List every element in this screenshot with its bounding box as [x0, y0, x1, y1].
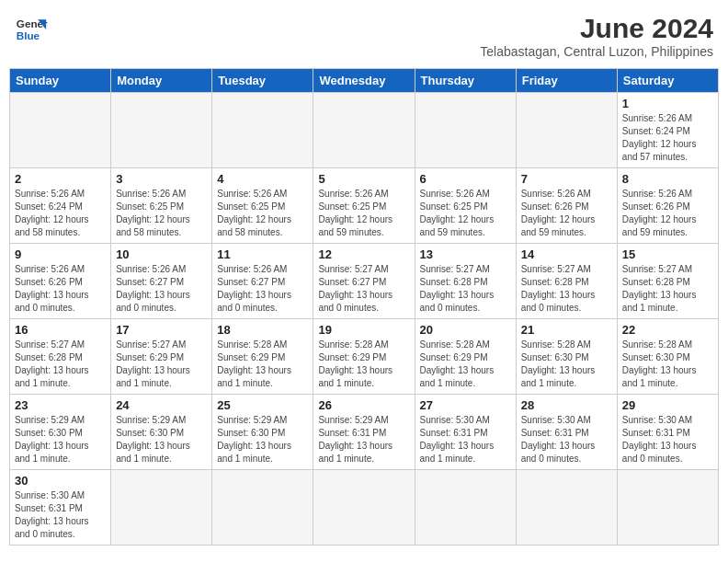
calendar-cell: 20Sunrise: 5:28 AM Sunset: 6:29 PM Dayli… [415, 319, 516, 395]
day-info: Sunrise: 5:26 AM Sunset: 6:26 PM Dayligh… [622, 188, 713, 239]
day-number: 18 [217, 323, 308, 337]
calendar-cell: 23Sunrise: 5:29 AM Sunset: 6:30 PM Dayli… [10, 395, 111, 470]
month-year-title: June 2024 [480, 13, 713, 44]
day-number: 16 [15, 323, 106, 337]
logo: General Blue [15, 13, 48, 46]
calendar-week-row: 16Sunrise: 5:27 AM Sunset: 6:28 PM Dayli… [10, 319, 719, 395]
calendar-cell: 19Sunrise: 5:28 AM Sunset: 6:29 PM Dayli… [313, 319, 415, 395]
day-number: 27 [420, 398, 511, 412]
day-info: Sunrise: 5:28 AM Sunset: 6:29 PM Dayligh… [318, 339, 409, 390]
calendar-cell: 3Sunrise: 5:26 AM Sunset: 6:25 PM Daylig… [111, 168, 212, 244]
day-number: 13 [420, 247, 511, 261]
day-info: Sunrise: 5:29 AM Sunset: 6:31 PM Dayligh… [318, 414, 409, 465]
day-info: Sunrise: 5:28 AM Sunset: 6:29 PM Dayligh… [420, 339, 511, 390]
calendar-cell [212, 470, 313, 546]
calendar-week-row: 1Sunrise: 5:26 AM Sunset: 6:24 PM Daylig… [10, 93, 719, 168]
day-number: 22 [622, 323, 713, 337]
day-info: Sunrise: 5:26 AM Sunset: 6:26 PM Dayligh… [521, 188, 612, 239]
day-info: Sunrise: 5:30 AM Sunset: 6:31 PM Dayligh… [420, 414, 511, 465]
calendar-cell: 5Sunrise: 5:26 AM Sunset: 6:25 PM Daylig… [313, 168, 415, 244]
calendar-cell [415, 470, 516, 546]
day-info: Sunrise: 5:26 AM Sunset: 6:26 PM Dayligh… [15, 263, 106, 315]
day-info: Sunrise: 5:26 AM Sunset: 6:25 PM Dayligh… [420, 188, 511, 239]
day-info: Sunrise: 5:27 AM Sunset: 6:29 PM Dayligh… [116, 339, 207, 390]
calendar-cell: 4Sunrise: 5:26 AM Sunset: 6:25 PM Daylig… [212, 168, 313, 244]
calendar-cell [10, 93, 111, 168]
day-info: Sunrise: 5:26 AM Sunset: 6:25 PM Dayligh… [116, 188, 207, 239]
calendar-week-row: 9Sunrise: 5:26 AM Sunset: 6:26 PM Daylig… [10, 244, 719, 319]
day-number: 17 [116, 323, 207, 337]
calendar-cell: 17Sunrise: 5:27 AM Sunset: 6:29 PM Dayli… [111, 319, 212, 395]
col-header-saturday: Saturday [617, 69, 718, 93]
calendar-cell: 13Sunrise: 5:27 AM Sunset: 6:28 PM Dayli… [415, 244, 516, 319]
logo-icon: General Blue [15, 13, 48, 46]
day-info: Sunrise: 5:26 AM Sunset: 6:27 PM Dayligh… [217, 263, 308, 315]
col-header-thursday: Thursday [415, 69, 516, 93]
day-number: 24 [116, 398, 207, 412]
day-info: Sunrise: 5:26 AM Sunset: 6:25 PM Dayligh… [318, 188, 409, 239]
calendar-cell: 14Sunrise: 5:27 AM Sunset: 6:28 PM Dayli… [516, 244, 617, 319]
calendar-week-row: 2Sunrise: 5:26 AM Sunset: 6:24 PM Daylig… [10, 168, 719, 244]
day-number: 10 [116, 247, 207, 261]
calendar-cell: 22Sunrise: 5:28 AM Sunset: 6:30 PM Dayli… [617, 319, 718, 395]
calendar-cell: 26Sunrise: 5:29 AM Sunset: 6:31 PM Dayli… [313, 395, 415, 470]
svg-text:Blue: Blue [17, 29, 40, 41]
day-number: 20 [420, 323, 511, 337]
calendar-cell [516, 93, 617, 168]
day-info: Sunrise: 5:28 AM Sunset: 6:30 PM Dayligh… [521, 339, 612, 390]
calendar-cell: 21Sunrise: 5:28 AM Sunset: 6:30 PM Dayli… [516, 319, 617, 395]
calendar-cell: 8Sunrise: 5:26 AM Sunset: 6:26 PM Daylig… [617, 168, 718, 244]
day-info: Sunrise: 5:30 AM Sunset: 6:31 PM Dayligh… [622, 414, 713, 465]
day-info: Sunrise: 5:29 AM Sunset: 6:30 PM Dayligh… [15, 414, 106, 465]
day-number: 23 [15, 398, 106, 412]
day-info: Sunrise: 5:27 AM Sunset: 6:28 PM Dayligh… [622, 263, 713, 315]
calendar-cell: 7Sunrise: 5:26 AM Sunset: 6:26 PM Daylig… [516, 168, 617, 244]
day-info: Sunrise: 5:28 AM Sunset: 6:29 PM Dayligh… [217, 339, 308, 390]
calendar-cell: 6Sunrise: 5:26 AM Sunset: 6:25 PM Daylig… [415, 168, 516, 244]
col-header-sunday: Sunday [10, 69, 111, 93]
calendar-cell: 30Sunrise: 5:30 AM Sunset: 6:31 PM Dayli… [10, 470, 111, 546]
day-info: Sunrise: 5:26 AM Sunset: 6:24 PM Dayligh… [622, 112, 713, 164]
calendar-cell: 12Sunrise: 5:27 AM Sunset: 6:27 PM Dayli… [313, 244, 415, 319]
day-number: 9 [15, 247, 106, 261]
calendar-cell: 29Sunrise: 5:30 AM Sunset: 6:31 PM Dayli… [617, 395, 718, 470]
calendar-cell: 18Sunrise: 5:28 AM Sunset: 6:29 PM Dayli… [212, 319, 313, 395]
day-info: Sunrise: 5:27 AM Sunset: 6:27 PM Dayligh… [318, 263, 409, 315]
day-info: Sunrise: 5:26 AM Sunset: 6:27 PM Dayligh… [116, 263, 207, 315]
day-number: 12 [318, 247, 409, 261]
location-subtitle: Telabastagan, Central Luzon, Philippines [480, 44, 713, 59]
day-number: 2 [15, 172, 106, 186]
day-number: 5 [318, 172, 409, 186]
calendar-cell: 10Sunrise: 5:26 AM Sunset: 6:27 PM Dayli… [111, 244, 212, 319]
col-header-friday: Friday [516, 69, 617, 93]
calendar-cell: 28Sunrise: 5:30 AM Sunset: 6:31 PM Dayli… [516, 395, 617, 470]
day-number: 19 [318, 323, 409, 337]
day-number: 1 [622, 97, 713, 110]
day-number: 21 [521, 323, 612, 337]
calendar-cell: 9Sunrise: 5:26 AM Sunset: 6:26 PM Daylig… [10, 244, 111, 319]
calendar-cell: 16Sunrise: 5:27 AM Sunset: 6:28 PM Dayli… [10, 319, 111, 395]
calendar-cell: 27Sunrise: 5:30 AM Sunset: 6:31 PM Dayli… [415, 395, 516, 470]
calendar-cell [111, 93, 212, 168]
calendar-cell [111, 470, 212, 546]
day-number: 29 [622, 398, 713, 412]
day-info: Sunrise: 5:27 AM Sunset: 6:28 PM Dayligh… [420, 263, 511, 315]
day-info: Sunrise: 5:30 AM Sunset: 6:31 PM Dayligh… [15, 489, 106, 541]
day-number: 30 [15, 474, 106, 488]
day-info: Sunrise: 5:30 AM Sunset: 6:31 PM Dayligh… [521, 414, 612, 465]
header: General Blue June 2024 Telabastagan, Cen… [9, 9, 719, 63]
day-info: Sunrise: 5:26 AM Sunset: 6:25 PM Dayligh… [217, 188, 308, 239]
day-number: 6 [420, 172, 511, 186]
col-header-wednesday: Wednesday [313, 69, 415, 93]
calendar-header-row: SundayMondayTuesdayWednesdayThursdayFrid… [10, 69, 719, 93]
calendar-week-row: 30Sunrise: 5:30 AM Sunset: 6:31 PM Dayli… [10, 470, 719, 546]
day-info: Sunrise: 5:26 AM Sunset: 6:24 PM Dayligh… [15, 188, 106, 239]
day-number: 8 [622, 172, 713, 186]
calendar-cell [617, 470, 718, 546]
col-header-monday: Monday [111, 69, 212, 93]
calendar-cell [212, 93, 313, 168]
day-info: Sunrise: 5:27 AM Sunset: 6:28 PM Dayligh… [521, 263, 612, 315]
col-header-tuesday: Tuesday [212, 69, 313, 93]
day-number: 25 [217, 398, 308, 412]
calendar-table: SundayMondayTuesdayWednesdayThursdayFrid… [9, 68, 719, 546]
